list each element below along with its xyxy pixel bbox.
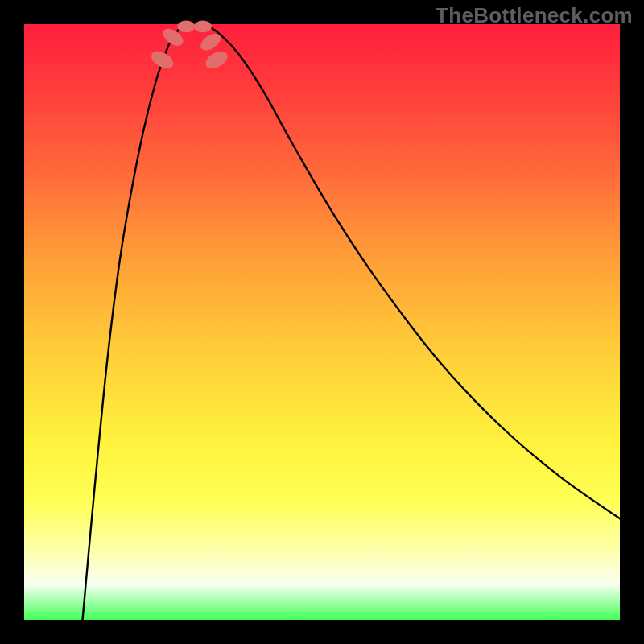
chart-frame: TheBottleneck.com [0, 0, 644, 644]
marker-left-upper [148, 47, 176, 72]
marker-bottom-right [194, 21, 212, 33]
curve-left-branch [83, 27, 183, 620]
marker-group [148, 21, 230, 72]
curve-group [83, 27, 620, 620]
curve-svg [24, 24, 620, 620]
marker-right-upper [203, 47, 231, 72]
curve-right-branch [208, 27, 620, 518]
marker-bottom-left [177, 21, 195, 33]
plot-area [24, 24, 620, 620]
